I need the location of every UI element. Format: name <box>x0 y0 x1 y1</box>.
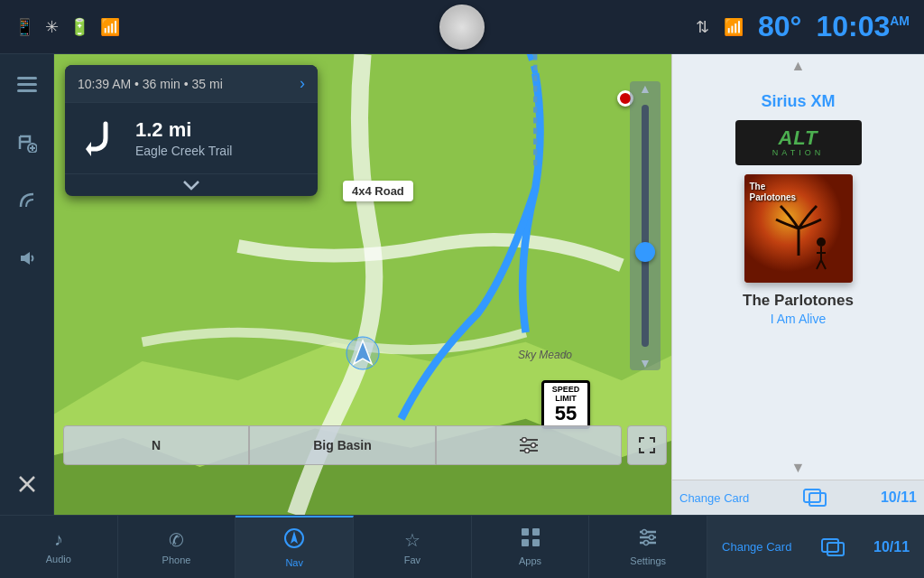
volume-track[interactable] <box>642 105 649 347</box>
page-indicator: 10/11 <box>881 489 917 506</box>
scroll-down-button[interactable]: ▼ <box>672 456 924 480</box>
map-expand-button[interactable] <box>627 425 667 465</box>
svg-rect-2 <box>17 89 37 92</box>
fav-icon: ☆ <box>404 529 420 551</box>
turn-icon <box>78 116 123 161</box>
home-button[interactable] <box>439 5 485 50</box>
svg-point-21 <box>524 449 529 453</box>
time-display: 10:03AM <box>816 10 910 43</box>
nav-distance: 1.2 mi <box>135 118 232 142</box>
speed-limit-value: 55 <box>546 404 586 424</box>
nav-expand-arrow[interactable]: › <box>300 74 305 93</box>
big-basin-button[interactable]: Big Basin <box>249 425 435 465</box>
sync-icon: ⇅ <box>696 17 709 37</box>
right-panel: ▲ Sirius XM ALT NATION <box>671 54 924 515</box>
band-name-art: TheParlotones <box>750 182 797 203</box>
svg-point-23 <box>817 238 826 247</box>
svg-marker-6 <box>21 252 30 265</box>
volume-down-chevron[interactable]: ▼ <box>639 356 651 370</box>
map-bottom-controls: N Big Basin <box>63 425 622 465</box>
svg-rect-39 <box>827 543 844 555</box>
nav-label: Nav <box>285 557 303 568</box>
volume-slider[interactable]: ▲ ▼ <box>630 81 661 370</box>
wifi-icon: 📶 <box>724 17 744 37</box>
volume-up-chevron[interactable]: ▲ <box>639 81 651 96</box>
audio-icon: ♪ <box>54 529 63 550</box>
right-panel-bottom: Change Card 10/11 <box>672 480 924 515</box>
main-content: 10:39 AM • 36 min • 35 mi › 1.2 mi Eagle… <box>0 54 924 515</box>
road-label: 4x4 Road <box>343 181 413 201</box>
svg-point-19 <box>522 438 526 443</box>
tab-audio[interactable]: ♪ Audio <box>0 516 118 578</box>
station-name[interactable]: Sirius XM <box>761 92 835 111</box>
add-waypoint-icon[interactable] <box>7 123 47 163</box>
svg-rect-29 <box>532 528 540 536</box>
artist-name: The Parlotones <box>743 292 854 310</box>
apps-icon <box>521 527 541 552</box>
close-icon[interactable] <box>7 464 47 504</box>
svg-point-36 <box>650 536 654 540</box>
alt-nation-text: ALT <box>772 128 824 148</box>
temperature-display: 80° <box>758 10 801 43</box>
route-icon[interactable] <box>7 181 47 220</box>
album-art-inner: TheParlotones <box>744 174 853 283</box>
bottom-change-card-icon <box>820 537 845 557</box>
track-info: The Parlotones I Am Alive <box>743 292 854 326</box>
change-card-icon <box>802 488 827 508</box>
bottom-nav: ♪ Audio ✆ Phone Nav ☆ Fav Apps Settings … <box>0 515 924 578</box>
svg-rect-25 <box>809 493 826 506</box>
route-options-button[interactable] <box>436 425 622 465</box>
nav-eta: 10:39 AM • 36 min • 35 mi <box>78 77 223 91</box>
svg-point-35 <box>642 530 647 535</box>
nav-street: Eagle Creek Trail <box>135 144 232 158</box>
phone-label: Phone <box>162 555 191 565</box>
status-center <box>313 5 612 50</box>
bottom-change-card[interactable]: Change Card <box>722 540 791 554</box>
svg-point-37 <box>644 541 649 545</box>
scroll-up-button[interactable]: ▲ <box>672 54 924 78</box>
svg-rect-38 <box>822 539 838 552</box>
phone-icon: ✆ <box>169 529 184 551</box>
tab-apps[interactable]: Apps <box>472 516 590 578</box>
volume-handle[interactable] <box>635 242 655 262</box>
left-sidebar <box>0 54 54 515</box>
tab-fav[interactable]: ☆ Fav <box>354 516 472 578</box>
tab-settings[interactable]: Settings <box>589 516 707 578</box>
volume-icon[interactable] <box>7 238 47 278</box>
status-left: 📱 ✳ 🔋 📶 <box>14 17 313 37</box>
svg-rect-31 <box>532 539 540 546</box>
phone-status-icon: 📱 <box>14 17 34 37</box>
settings-icon <box>638 527 658 552</box>
change-card-button[interactable]: Change Card <box>679 491 749 505</box>
audio-label: Audio <box>46 554 71 564</box>
nav-expand-btn[interactable] <box>65 173 318 196</box>
station-logo: ALT NATION <box>735 120 862 165</box>
nav-card-main: 1.2 mi Eagle Creek Trail <box>65 103 318 173</box>
fav-label: Fav <box>404 555 420 565</box>
svg-point-20 <box>531 443 535 448</box>
vehicle-position <box>345 335 381 375</box>
card-controls: Change Card 10/11 <box>707 516 924 578</box>
svg-marker-27 <box>291 531 298 544</box>
status-bar: 📱 ✳ 🔋 📶 ⇅ 📶 80° 10:03AM <box>0 0 924 54</box>
svg-rect-1 <box>17 83 37 86</box>
svg-rect-30 <box>522 539 529 546</box>
nav-card: 10:39 AM • 36 min • 35 mi › 1.2 mi Eagle… <box>65 65 318 196</box>
bottom-page-indicator: 10/11 <box>873 539 910 555</box>
radio-info: Sirius XM ALT NATION <box>672 78 924 456</box>
nav-info: 1.2 mi Eagle Creek Trail <box>135 118 232 158</box>
status-right: ⇅ 📶 80° 10:03AM <box>611 10 910 43</box>
north-button[interactable]: N <box>63 425 249 465</box>
track-name: I Am Alive <box>743 312 854 326</box>
svg-rect-28 <box>522 528 529 536</box>
svg-rect-0 <box>17 77 37 79</box>
settings-label: Settings <box>630 555 666 566</box>
battery-icon: 🔋 <box>69 17 89 37</box>
menu-icon[interactable] <box>7 65 47 105</box>
map-area: 10:39 AM • 36 min • 35 mi › 1.2 mi Eagle… <box>54 54 671 515</box>
album-art: TheParlotones <box>744 174 853 283</box>
alt-nation-sub: NATION <box>772 148 824 157</box>
tab-nav[interactable]: Nav <box>236 516 354 578</box>
sky-meadow-label: Sky Meado <box>518 349 572 361</box>
tab-phone[interactable]: ✆ Phone <box>118 516 236 578</box>
